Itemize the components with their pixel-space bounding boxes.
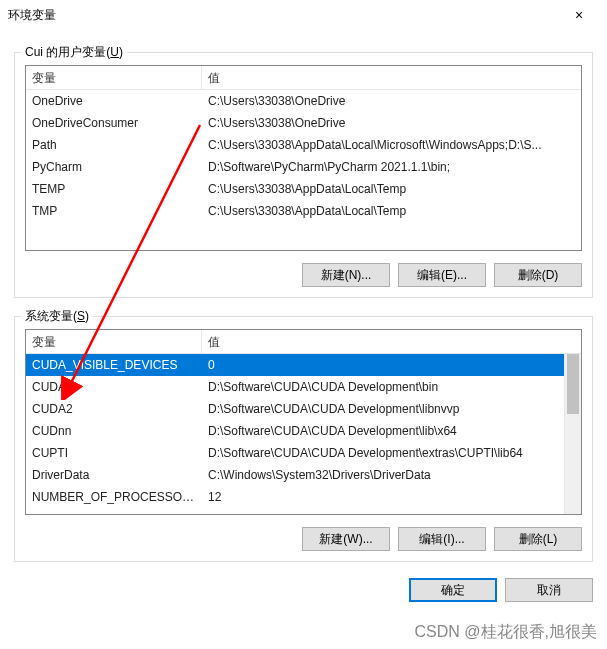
scrollbar[interactable]: [564, 354, 581, 514]
cell-value: C:\Users\33038\OneDrive: [202, 116, 581, 130]
system-variables-table[interactable]: 变量 值 CUDA_VISIBLE_DEVICES0CUDA1D:\Softwa…: [25, 329, 582, 515]
user-table-header: 变量 值: [26, 66, 581, 90]
col-value[interactable]: 值: [202, 330, 581, 353]
cancel-button[interactable]: 取消: [505, 578, 593, 602]
system-group-label: 系统变量(S): [21, 308, 93, 325]
cell-name: NUMBER_OF_PROCESSORS: [26, 490, 202, 504]
cell-name: OneDriveConsumer: [26, 116, 202, 130]
user-variables-group: Cui 的用户变量(U) 变量 值 OneDriveC:\Users\33038…: [14, 52, 593, 298]
cell-name: CUDA2: [26, 402, 202, 416]
cell-value: D:\Software\CUDA\CUDA Development\extras…: [202, 446, 581, 460]
cell-name: CUDnn: [26, 424, 202, 438]
system-edit-button[interactable]: 编辑(I)...: [398, 527, 486, 551]
table-row[interactable]: PyCharmD:\Software\PyCharm\PyCharm 2021.…: [26, 156, 581, 178]
system-variables-group: 系统变量(S) 变量 值 CUDA_VISIBLE_DEVICES0CUDA1D…: [14, 316, 593, 562]
table-row[interactable]: CUDA_VISIBLE_DEVICES0: [26, 354, 581, 376]
col-name[interactable]: 变量: [26, 66, 202, 89]
user-edit-button[interactable]: 编辑(E)...: [398, 263, 486, 287]
cell-value: C:\Users\33038\AppData\Local\Temp: [202, 204, 581, 218]
user-delete-button[interactable]: 删除(D): [494, 263, 582, 287]
cell-name: CUPTI: [26, 446, 202, 460]
titlebar: 环境变量 ×: [0, 0, 607, 30]
table-row[interactable]: CUDA2D:\Software\CUDA\CUDA Development\l…: [26, 398, 581, 420]
cell-name: Path: [26, 138, 202, 152]
ok-button[interactable]: 确定: [409, 578, 497, 602]
table-row[interactable]: DriverDataC:\Windows\System32\Drivers\Dr…: [26, 464, 581, 486]
cell-value: C:\Windows\System32\Drivers\DriverData: [202, 468, 581, 482]
user-group-label: Cui 的用户变量(U): [21, 44, 127, 61]
cell-value: D:\Software\CUDA\CUDA Development\lib\x6…: [202, 424, 581, 438]
cell-name: TEMP: [26, 182, 202, 196]
cell-value: 12: [202, 490, 581, 504]
table-row[interactable]: NUMBER_OF_PROCESSORS12: [26, 486, 581, 508]
cell-value: 0: [202, 358, 581, 372]
cell-value: D:\Software\CUDA\CUDA Development\libnvv…: [202, 402, 581, 416]
cell-value: D:\Software\CUDA\CUDA Development\bin: [202, 380, 581, 394]
table-row[interactable]: OneDriveC:\Users\33038\OneDrive: [26, 90, 581, 112]
scrollbar-thumb[interactable]: [567, 354, 579, 414]
col-value[interactable]: 值: [202, 66, 581, 89]
window-title: 环境变量: [8, 7, 559, 24]
watermark: CSDN @桂花很香,旭很美: [415, 622, 597, 643]
cell-value: C:\Users\33038\OneDrive: [202, 94, 581, 108]
cell-value: C:\Users\33038\AppData\Local\Temp: [202, 182, 581, 196]
cell-name: PyCharm: [26, 160, 202, 174]
cell-value: D:\Software\PyCharm\PyCharm 2021.1.1\bin…: [202, 160, 581, 174]
table-row[interactable]: OneDriveConsumerC:\Users\33038\OneDrive: [26, 112, 581, 134]
system-table-header: 变量 值: [26, 330, 581, 354]
user-variables-table[interactable]: 变量 值 OneDriveC:\Users\33038\OneDriveOneD…: [25, 65, 582, 251]
cell-name: DriverData: [26, 468, 202, 482]
table-row[interactable]: CUDA1D:\Software\CUDA\CUDA Development\b…: [26, 376, 581, 398]
cell-name: OneDrive: [26, 94, 202, 108]
system-new-button[interactable]: 新建(W)...: [302, 527, 390, 551]
table-row[interactable]: CUDnnD:\Software\CUDA\CUDA Development\l…: [26, 420, 581, 442]
cell-name: CUDA1: [26, 380, 202, 394]
close-button[interactable]: ×: [559, 1, 599, 29]
dialog-footer: 确定 取消: [0, 568, 607, 616]
system-delete-button[interactable]: 删除(L): [494, 527, 582, 551]
user-new-button[interactable]: 新建(N)...: [302, 263, 390, 287]
table-row[interactable]: TMPC:\Users\33038\AppData\Local\Temp: [26, 200, 581, 222]
cell-value: C:\Users\33038\AppData\Local\Microsoft\W…: [202, 138, 581, 152]
table-row[interactable]: CUPTID:\Software\CUDA\CUDA Development\e…: [26, 442, 581, 464]
table-row[interactable]: TEMPC:\Users\33038\AppData\Local\Temp: [26, 178, 581, 200]
cell-name: CUDA_VISIBLE_DEVICES: [26, 358, 202, 372]
col-name[interactable]: 变量: [26, 330, 202, 353]
table-row[interactable]: PathC:\Users\33038\AppData\Local\Microso…: [26, 134, 581, 156]
close-icon: ×: [575, 7, 583, 23]
cell-name: TMP: [26, 204, 202, 218]
